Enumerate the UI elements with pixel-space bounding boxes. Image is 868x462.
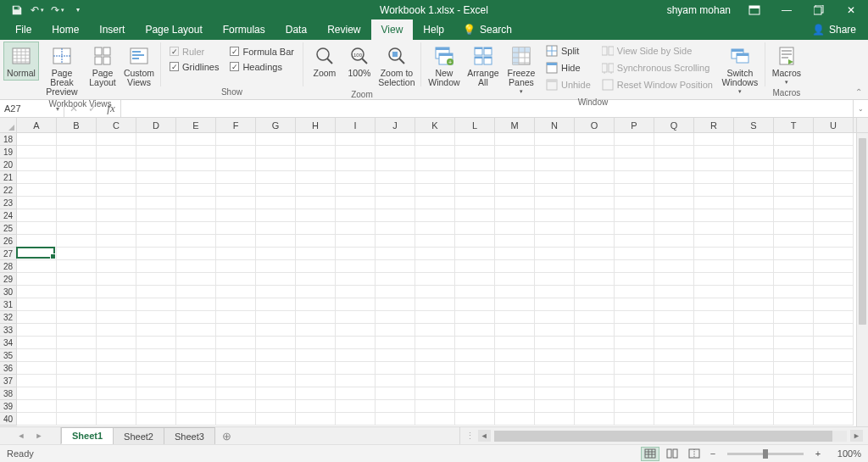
cell[interactable] bbox=[17, 184, 57, 197]
cell[interactable] bbox=[336, 286, 376, 298]
cell[interactable] bbox=[176, 413, 216, 426]
cell[interactable] bbox=[415, 273, 455, 286]
cell[interactable] bbox=[495, 159, 535, 171]
cell[interactable] bbox=[615, 349, 654, 362]
cell[interactable] bbox=[216, 248, 256, 260]
cell[interactable] bbox=[535, 362, 575, 375]
cell[interactable] bbox=[57, 413, 97, 426]
cell[interactable] bbox=[296, 159, 336, 171]
row-header[interactable]: 37 bbox=[0, 375, 17, 387]
cell[interactable] bbox=[376, 133, 415, 146]
cell[interactable] bbox=[455, 362, 495, 375]
cell[interactable] bbox=[814, 197, 854, 209]
cell[interactable] bbox=[615, 197, 654, 209]
hscroll-split-icon[interactable]: ⋮ bbox=[465, 431, 475, 442]
page-layout-statusbar-icon[interactable] bbox=[663, 447, 682, 461]
close-button[interactable]: ✕ bbox=[836, 0, 866, 19]
cell[interactable] bbox=[615, 337, 654, 349]
cell[interactable] bbox=[296, 146, 336, 159]
cell[interactable] bbox=[535, 260, 575, 273]
cell[interactable] bbox=[495, 337, 535, 349]
cell[interactable] bbox=[455, 184, 495, 197]
cell[interactable] bbox=[336, 184, 376, 197]
cell[interactable] bbox=[495, 146, 535, 159]
cell[interactable] bbox=[336, 235, 376, 248]
cell[interactable] bbox=[814, 159, 854, 171]
cell[interactable] bbox=[415, 362, 455, 375]
tab-review[interactable]: Review bbox=[317, 19, 370, 40]
cell[interactable] bbox=[415, 197, 455, 209]
cell[interactable] bbox=[136, 146, 176, 159]
cell[interactable] bbox=[455, 311, 495, 324]
cell[interactable] bbox=[814, 324, 854, 337]
cell[interactable] bbox=[376, 298, 415, 311]
zoom-out-button[interactable]: − bbox=[707, 448, 719, 459]
cell[interactable] bbox=[136, 159, 176, 171]
cell[interactable] bbox=[376, 349, 415, 362]
cell[interactable] bbox=[654, 349, 694, 362]
cell[interactable] bbox=[97, 260, 136, 273]
cell[interactable] bbox=[814, 349, 854, 362]
cell[interactable] bbox=[575, 337, 615, 349]
page-break-preview-button[interactable]: Page Break Preview bbox=[40, 42, 84, 99]
cell[interactable] bbox=[615, 362, 654, 375]
cell[interactable] bbox=[734, 349, 774, 362]
normal-view-button[interactable]: Normal bbox=[3, 42, 39, 81]
cell[interactable] bbox=[734, 248, 774, 260]
cell[interactable] bbox=[814, 298, 854, 311]
row-header[interactable]: 20 bbox=[0, 159, 17, 171]
cell[interactable] bbox=[17, 349, 57, 362]
formula-bar-checkbox[interactable]: ✓Formula Bar bbox=[230, 45, 294, 58]
cell[interactable] bbox=[694, 222, 734, 235]
cell[interactable] bbox=[216, 349, 256, 362]
cell[interactable] bbox=[615, 235, 654, 248]
cell[interactable] bbox=[376, 159, 415, 171]
cell[interactable] bbox=[296, 298, 336, 311]
cell[interactable] bbox=[774, 311, 814, 324]
cell[interactable] bbox=[575, 413, 615, 426]
cell[interactable] bbox=[734, 260, 774, 273]
cell[interactable] bbox=[455, 146, 495, 159]
cell[interactable] bbox=[535, 349, 575, 362]
cell[interactable] bbox=[654, 222, 694, 235]
cell[interactable] bbox=[97, 273, 136, 286]
cell[interactable] bbox=[216, 311, 256, 324]
cell[interactable] bbox=[814, 311, 854, 324]
cell[interactable] bbox=[17, 324, 57, 337]
cell[interactable] bbox=[256, 337, 296, 349]
page-break-statusbar-icon[interactable] bbox=[685, 447, 704, 461]
row-header[interactable]: 29 bbox=[0, 273, 17, 286]
cell[interactable] bbox=[176, 387, 216, 400]
cell[interactable] bbox=[216, 146, 256, 159]
redo-icon[interactable]: ↷▾ bbox=[49, 2, 66, 19]
cell[interactable] bbox=[774, 324, 814, 337]
cell[interactable] bbox=[376, 209, 415, 222]
cell[interactable] bbox=[57, 311, 97, 324]
cell[interactable] bbox=[216, 222, 256, 235]
cell[interactable] bbox=[535, 184, 575, 197]
cell[interactable] bbox=[774, 222, 814, 235]
cell[interactable] bbox=[814, 133, 854, 146]
cell[interactable] bbox=[495, 413, 535, 426]
cell[interactable] bbox=[296, 375, 336, 387]
cell[interactable] bbox=[575, 133, 615, 146]
cell[interactable] bbox=[97, 387, 136, 400]
cell[interactable] bbox=[774, 171, 814, 184]
split-button[interactable]: Split bbox=[542, 43, 594, 58]
cell[interactable] bbox=[575, 286, 615, 298]
cell[interactable] bbox=[495, 286, 535, 298]
cell[interactable] bbox=[97, 337, 136, 349]
cell[interactable] bbox=[17, 248, 57, 260]
normal-view-statusbar-icon[interactable] bbox=[641, 447, 659, 461]
cell[interactable] bbox=[296, 209, 336, 222]
cell[interactable] bbox=[654, 387, 694, 400]
cell[interactable] bbox=[615, 209, 654, 222]
cell[interactable] bbox=[774, 197, 814, 209]
cell[interactable] bbox=[575, 387, 615, 400]
cell[interactable] bbox=[216, 184, 256, 197]
cell[interactable] bbox=[734, 337, 774, 349]
cell[interactable] bbox=[575, 298, 615, 311]
cell[interactable] bbox=[136, 184, 176, 197]
cell[interactable] bbox=[814, 362, 854, 375]
tab-insert[interactable]: Insert bbox=[89, 19, 135, 40]
